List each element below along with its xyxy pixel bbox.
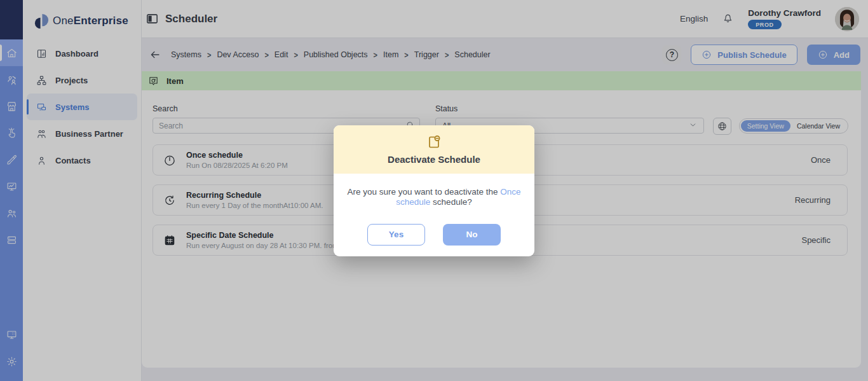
no-button[interactable]: No	[443, 224, 501, 246]
deactivate-document-icon	[426, 134, 442, 149]
yes-button[interactable]: Yes	[367, 224, 425, 246]
modal-message-suffix: schedule?	[430, 197, 471, 207]
modal-actions: Yes No	[367, 224, 501, 246]
modal-message-prefix: Are you sure you want to deactivate the	[347, 187, 500, 197]
deactivate-schedule-modal: Deactivate Schedule Are you sure you wan…	[334, 125, 534, 256]
modal-header: Deactivate Schedule	[334, 125, 534, 174]
modal-title: Deactivate Schedule	[388, 154, 480, 165]
modal-message: Are you sure you want to deactivate the …	[339, 187, 529, 207]
modal-body: Are you sure you want to deactivate the …	[334, 174, 534, 256]
